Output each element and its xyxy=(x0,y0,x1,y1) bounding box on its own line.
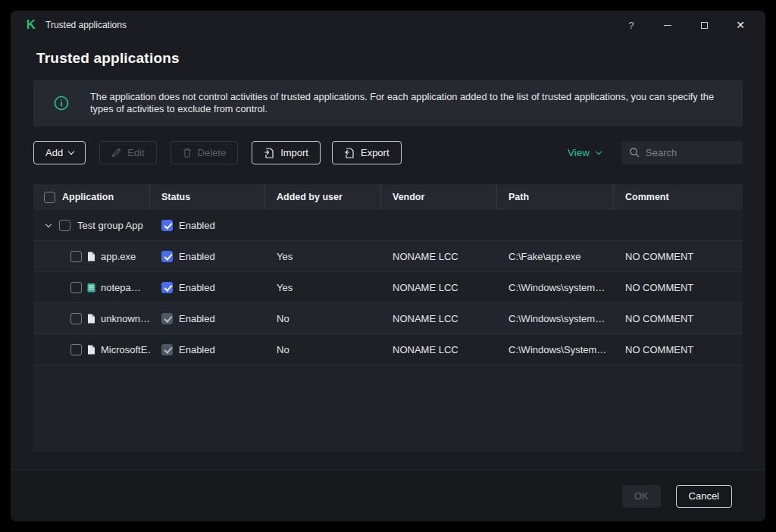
chevron-down-icon xyxy=(596,149,602,155)
info-banner: The application does not control activit… xyxy=(33,80,743,127)
import-button-label: Import xyxy=(280,147,308,158)
table-row[interactable]: app.exe Enabled Yes NONAME LCC C:\Fake\a… xyxy=(33,241,743,272)
path-cell: C:\Windows\system… xyxy=(497,282,614,293)
trash-icon xyxy=(183,148,192,158)
add-button-label: Add xyxy=(45,147,63,158)
pencil-icon xyxy=(111,148,121,158)
minimize-icon[interactable] xyxy=(662,20,673,30)
added-by-user-cell: Yes xyxy=(265,282,381,293)
kaspersky-logo-icon: K xyxy=(24,18,38,32)
edit-button[interactable]: Edit xyxy=(99,141,156,164)
add-button[interactable]: Add xyxy=(33,141,86,164)
vendor-cell: NONAME LCC xyxy=(381,344,497,355)
ok-button[interactable]: OK xyxy=(622,485,661,508)
page-title: Trusted applications xyxy=(36,50,743,67)
file-icon xyxy=(87,252,95,261)
application-name: unknown…. xyxy=(101,313,150,324)
notepad-icon xyxy=(87,283,95,293)
header-comment: Comment xyxy=(614,184,743,210)
collapse-chevron-icon[interactable] xyxy=(42,224,55,227)
path-cell: C:\Windows\System… xyxy=(497,344,614,355)
trusted-applications-window: K Trusted applications ? ✕ Trusted appli… xyxy=(11,11,765,521)
row-select-checkbox[interactable] xyxy=(70,313,82,324)
comment-cell: NO COMMENT xyxy=(614,251,743,262)
import-icon xyxy=(264,148,274,158)
view-dropdown-label: View xyxy=(568,147,590,158)
status-checkbox[interactable] xyxy=(161,344,173,355)
status-label: Enabled xyxy=(179,313,215,324)
search-input[interactable] xyxy=(621,141,743,164)
table-row[interactable]: notepa… Enabled Yes NONAME LCC C:\Window… xyxy=(33,272,743,303)
delete-button[interactable]: Delete xyxy=(171,141,239,164)
info-icon xyxy=(54,95,69,111)
chevron-down-icon xyxy=(68,149,74,155)
vendor-cell: NONAME LCC xyxy=(381,282,497,293)
application-name: MicrosoftE… xyxy=(101,344,150,355)
header-application: Application xyxy=(33,184,150,210)
export-button[interactable]: Export xyxy=(332,141,402,164)
header-vendor: Vendor xyxy=(381,184,497,210)
window-title: Trusted applications xyxy=(45,20,127,30)
status-label: Enabled xyxy=(179,344,215,355)
export-button-label: Export xyxy=(361,147,390,158)
header-status: Status xyxy=(150,184,265,210)
added-by-user-cell: No xyxy=(265,344,381,355)
header-added-by-user: Added by user xyxy=(265,184,381,210)
toolbar: Add Edit Delete Import Export xyxy=(33,141,743,164)
added-by-user-cell: Yes xyxy=(265,251,381,262)
status-label: Enabled xyxy=(179,282,215,293)
table-header: Application Status Added by user Vendor … xyxy=(33,184,743,210)
row-select-checkbox[interactable] xyxy=(70,344,82,355)
group-select-checkbox[interactable] xyxy=(59,220,70,231)
status-checkbox[interactable] xyxy=(161,282,173,293)
search-icon xyxy=(629,147,640,161)
status-label: Enabled xyxy=(179,251,215,262)
view-dropdown[interactable]: View xyxy=(568,147,601,158)
footer: OK Cancel xyxy=(11,470,765,521)
titlebar: K Trusted applications ? ✕ xyxy=(11,11,765,39)
path-cell: C:\Windows\system… xyxy=(497,313,614,324)
vendor-cell: NONAME LCC xyxy=(381,313,497,324)
table-row[interactable]: MicrosoftE… Enabled No NONAME LCC C:\Win… xyxy=(33,334,743,365)
added-by-user-cell: No xyxy=(265,313,381,324)
maximize-icon[interactable] xyxy=(699,20,709,30)
application-name: notepa… xyxy=(101,282,141,293)
file-icon xyxy=(87,345,95,355)
window-controls: ? ✕ xyxy=(626,20,746,30)
cancel-button[interactable]: Cancel xyxy=(676,485,732,508)
application-name: app.exe xyxy=(101,251,136,262)
row-select-checkbox[interactable] xyxy=(70,251,82,262)
help-icon[interactable]: ? xyxy=(626,20,637,30)
applications-table: Application Status Added by user Vendor … xyxy=(33,184,743,452)
content-area: Trusted applications The application doe… xyxy=(11,39,765,470)
table-row[interactable]: unknown…. Enabled No NONAME LCC C:\Windo… xyxy=(33,303,743,334)
status-label: Enabled xyxy=(179,220,215,231)
comment-cell: NO COMMENT xyxy=(614,282,743,293)
path-cell: C:\Fake\app.exe xyxy=(497,251,614,262)
edit-button-label: Edit xyxy=(127,147,144,158)
close-icon[interactable]: ✕ xyxy=(735,20,746,30)
search-box xyxy=(621,141,743,164)
group-row[interactable]: Test group App Enabled xyxy=(33,210,743,241)
status-checkbox[interactable] xyxy=(161,220,173,231)
delete-button-label: Delete xyxy=(198,147,227,158)
info-banner-text: The application does not control activit… xyxy=(90,91,731,116)
status-checkbox[interactable] xyxy=(161,251,173,262)
comment-cell: NO COMMENT xyxy=(614,344,743,355)
comment-cell: NO COMMENT xyxy=(614,313,743,324)
group-name: Test group App xyxy=(77,220,143,231)
export-icon xyxy=(344,148,355,158)
file-icon xyxy=(87,314,95,324)
header-path: Path xyxy=(497,184,614,210)
status-checkbox[interactable] xyxy=(161,313,173,324)
import-button[interactable]: Import xyxy=(252,141,321,164)
vendor-cell: NONAME LCC xyxy=(381,251,497,262)
row-select-checkbox[interactable] xyxy=(70,282,82,293)
select-all-checkbox[interactable] xyxy=(44,192,55,203)
